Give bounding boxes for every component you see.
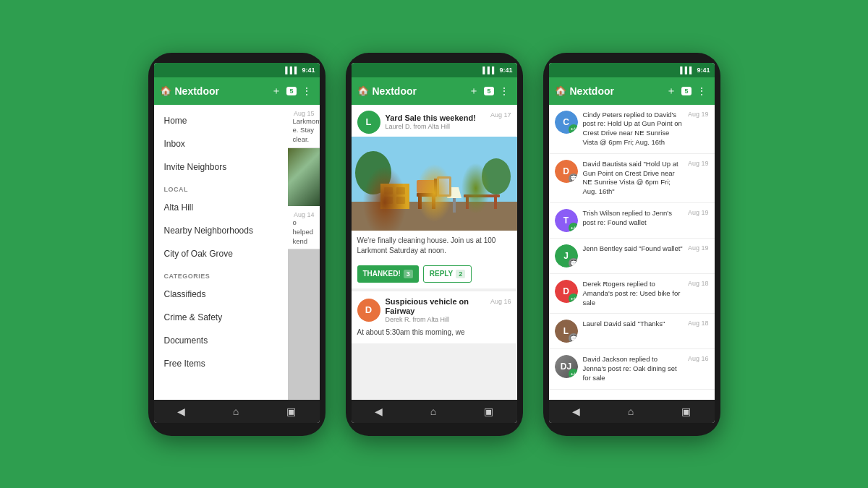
svg-rect-3 [352, 202, 517, 231]
add-button-2[interactable]: ＋ [467, 83, 481, 99]
notif-badge-2[interactable]: 5 [484, 87, 493, 95]
drawer-overlay: Aug 15 Larkmont.e. Stay clear. Aug 14 o … [288, 105, 320, 400]
comment-icon-jenn: 💬 [569, 258, 578, 267]
drawer-section-categories: CATEGORIES [154, 265, 288, 283]
inbox-text-trish: Trish Wilson replied to Jenn's post re: … [583, 209, 683, 228]
feed-card-suspicious-date: Aug 16 [490, 298, 511, 305]
back-button-1[interactable]: ◀ [171, 403, 191, 420]
inbox-date-laurel-d: Aug 18 [688, 320, 709, 327]
inbox-item-cindy[interactable]: C ↩ Cindy Peters replied to David's post… [549, 105, 715, 154]
status-bar-3: ▌▌▌ 9:41 [549, 63, 715, 77]
reply-icon-david-j: ↩ [569, 369, 578, 378]
feed-list: L Yard Sale this weekend! Laurel D. from… [352, 105, 517, 400]
overflow-button-2[interactable]: ⋮ [497, 84, 511, 98]
app-bar-title-3: 🏠 Nextdoor [555, 85, 660, 97]
home-button-1[interactable]: ⌂ [227, 403, 244, 420]
bottom-nav-3: ◀ ⌂ ▣ [549, 400, 715, 423]
app-name-2: Nextdoor [373, 85, 417, 97]
inbox-avatar-laurel-d: L 💬 [555, 320, 578, 343]
phone-2: ▌▌▌ 9:41 🏠 Nextdoor ＋ 5 ⋮ L [346, 53, 523, 436]
bottom-nav-1: ◀ ⌂ ▣ [154, 400, 320, 423]
drawer-item-classifieds[interactable]: Classifieds [154, 283, 288, 306]
svg-rect-18 [494, 197, 497, 209]
thanked-count: 3 [404, 270, 413, 278]
feed-card-suspicious-title: Suspicious vehicle on Fairway [386, 297, 485, 316]
inbox-body-david-b: David Bautista said "Hold Up at Gun Poin… [583, 160, 683, 197]
svg-rect-16 [464, 194, 500, 197]
drawer-item-nearby[interactable]: Nearby Neighborhoods [154, 219, 288, 242]
svg-point-1 [355, 151, 391, 194]
inbox-list: C ↩ Cindy Peters replied to David's post… [549, 105, 715, 400]
drawer-container: Home Inbox Invite Neighbors LOCAL Alta H… [154, 105, 320, 400]
feed-card-suspicious-body: At about 5:30am this morning, we [352, 328, 517, 343]
overlay-date-2: Aug 14 [294, 211, 315, 218]
feed-card-yardsale-image [352, 137, 517, 231]
back-button-2[interactable]: ◀ [369, 403, 388, 420]
inbox-text-cindy: Cindy Peters replied to David's post re:… [583, 111, 683, 147]
inbox-item-david-j[interactable]: DJ ↩ David Jackson replied to Jenna's po… [549, 349, 715, 389]
drawer-item-home[interactable]: Home [154, 109, 288, 132]
status-time-2: 9:41 [499, 67, 512, 74]
add-button-3[interactable]: ＋ [664, 83, 678, 99]
yard-sale-visual [352, 137, 517, 231]
inbox-body-trish: Trish Wilson replied to Jenn's post re: … [583, 209, 683, 228]
inbox-item-laurel-d[interactable]: L 💬 Laurel David said "Thanks" Aug 18 [549, 314, 715, 349]
thanked-label: THANKED! [363, 270, 401, 278]
home-button-3[interactable]: ⌂ [622, 403, 639, 420]
notif-badge-3[interactable]: 5 [681, 87, 691, 95]
drawer-section-local: LOCAL [154, 179, 288, 196]
overflow-button-3[interactable]: ⋮ [694, 84, 709, 98]
feed-card-yardsale-header: L Yard Sale this weekend! Laurel D. from… [352, 105, 517, 137]
overlay-date-1: Aug 15 [294, 110, 315, 117]
drawer-item-city[interactable]: City of Oak Grove [154, 242, 288, 265]
inbox-body-derek-r: Derek Rogers replied to Amanda's post re… [583, 280, 683, 307]
feed-card-suspicious-header: D Suspicious vehicle on Fairway Derek R.… [352, 291, 517, 328]
house-icon-2: 🏠 [357, 85, 369, 97]
inbox-avatar-david-b: D 💬 [555, 160, 578, 183]
reply-button[interactable]: REPLY 2 [423, 265, 472, 283]
drawer-item-crime[interactable]: Crime & Safety [154, 306, 288, 329]
app-bar-actions-1: ＋ 5 ⋮ [269, 83, 313, 99]
feed-card-yardsale-date: Aug 17 [490, 111, 511, 119]
recent-button-2[interactable]: ▣ [478, 403, 499, 420]
add-button-1[interactable]: ＋ [269, 83, 284, 99]
phone-3: ▌▌▌ 9:41 🏠 Nextdoor ＋ 5 ⋮ C ↩ Cind [543, 53, 720, 436]
drawer-item-inbox[interactable]: Inbox [154, 132, 288, 155]
feed-card-suspicious-author: Derek R. from Alta Hill [386, 316, 485, 323]
inbox-avatar-jenn: J 💬 [555, 244, 578, 267]
overflow-button-1[interactable]: ⋮ [299, 84, 314, 98]
notif-badge-1[interactable]: 5 [286, 87, 296, 95]
thanked-button[interactable]: THANKED! 3 [357, 265, 419, 283]
reply-icon-derek-r: ↩ [569, 294, 578, 303]
svg-rect-14 [453, 198, 456, 213]
svg-rect-5 [384, 187, 393, 194]
inbox-text-david-b: David Bautista said "Hold Up at Gun Poin… [583, 160, 683, 197]
svg-rect-8 [396, 197, 405, 204]
inbox-date-derek-r: Aug 18 [688, 280, 709, 287]
svg-marker-15 [447, 187, 461, 198]
app-bar-actions-3: ＋ 5 ⋮ [664, 83, 708, 99]
overlay-image [288, 148, 320, 206]
house-icon-1: 🏠 [160, 85, 171, 97]
drawer-item-altahill[interactable]: Alta Hill [154, 196, 288, 219]
inbox-body-david-j: David Jackson replied to Jenna's post re… [583, 355, 683, 382]
feed-card-yardsale-meta: Yard Sale this weekend! Laurel D. from A… [386, 114, 485, 130]
inbox-item-trish[interactable]: T ↩ Trish Wilson replied to Jenn's post … [549, 203, 715, 239]
svg-rect-7 [384, 197, 393, 204]
back-button-3[interactable]: ◀ [566, 403, 586, 420]
recent-button-3[interactable]: ▣ [676, 403, 697, 420]
recent-button-1[interactable]: ▣ [281, 403, 302, 420]
phone-3-screen: ▌▌▌ 9:41 🏠 Nextdoor ＋ 5 ⋮ C ↩ Cind [549, 63, 715, 423]
inbox-date-jenn: Aug 19 [688, 244, 709, 252]
drawer-item-invite[interactable]: Invite Neighbors [154, 155, 288, 179]
svg-rect-17 [466, 197, 469, 209]
drawer-item-documents[interactable]: Documents [154, 329, 288, 352]
home-button-2[interactable]: ⌂ [425, 403, 442, 420]
avatar-placeholder-laurel: L [357, 111, 380, 134]
inbox-item-david-b[interactable]: D 💬 David Bautista said "Hold Up at Gun … [549, 154, 715, 203]
feed-avatar-derek: D [357, 299, 380, 322]
inbox-item-derek-r[interactable]: D ↩ Derek Rogers replied to Amanda's pos… [549, 274, 715, 314]
drawer-item-freeitems[interactable]: Free Items [154, 352, 288, 375]
inbox-item-jenn[interactable]: J 💬 Jenn Bentley said "Found wallet" Aug… [549, 239, 715, 274]
signal-icon-2: ▌▌▌ [482, 67, 496, 74]
